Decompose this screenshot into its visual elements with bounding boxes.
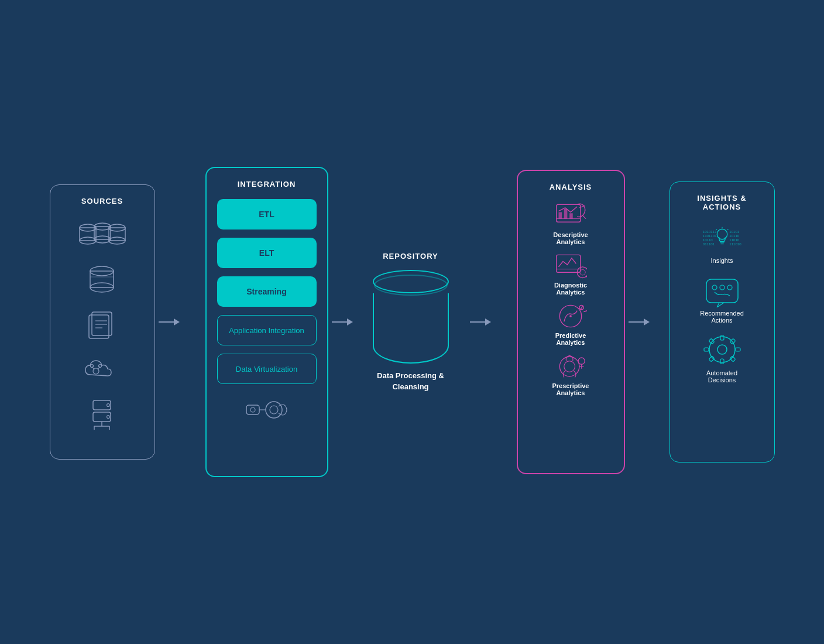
data-virtualization-button[interactable]: Data Virtualization <box>217 354 317 384</box>
arrow-sources-integration <box>157 316 180 328</box>
svg-rect-82 <box>704 348 709 351</box>
main-diagram: SOURCES <box>50 167 775 477</box>
source-icons <box>73 222 132 432</box>
predictive-analytics-icon <box>554 303 587 330</box>
predictive-analytics-item: PredictiveAnalytics <box>554 303 587 346</box>
svg-point-54 <box>564 361 575 372</box>
svg-point-64 <box>717 229 727 239</box>
svg-point-32 <box>250 407 255 412</box>
repository-section: REPOSITORY Data Processing &Cleansing <box>373 252 449 392</box>
svg-rect-1 <box>80 228 96 241</box>
recommended-actions-label: RecommendedActions <box>700 310 744 324</box>
insights-item: 1010111 1101101 10110 011101 10101 10110 <box>702 222 743 264</box>
svg-rect-81 <box>720 359 724 364</box>
svg-line-69 <box>727 229 728 230</box>
elt-button[interactable]: ELT <box>217 238 317 268</box>
svg-rect-42 <box>558 212 562 218</box>
svg-rect-31 <box>246 405 259 415</box>
sources-panel: SOURCES <box>50 184 155 460</box>
automated-decisions-item: AutomatedDecisions <box>702 334 743 383</box>
arrow-analysis-insights <box>627 316 650 328</box>
svg-rect-83 <box>736 348 740 351</box>
svg-rect-43 <box>564 209 568 219</box>
svg-rect-22 <box>93 412 111 422</box>
svg-rect-80 <box>720 335 724 340</box>
svg-rect-10 <box>90 271 114 287</box>
diagnostic-analytics-item: DiagnosticAnalytics <box>554 252 587 296</box>
analysis-panel: ANALYSIS DescriptiveAnalytics <box>517 170 625 474</box>
svg-point-53 <box>559 357 579 376</box>
databases-icon <box>73 222 132 252</box>
integration-panel: INTEGRATION ETL ELT Streaming Applicatio… <box>205 167 328 477</box>
svg-rect-4 <box>94 227 111 239</box>
insights-label: Insights <box>711 257 733 264</box>
recommended-actions-icon <box>702 275 743 307</box>
descriptive-label: DescriptiveAnalytics <box>553 231 588 245</box>
svg-point-55 <box>578 358 585 364</box>
descriptive-analytics-item: DescriptiveAnalytics <box>553 202 588 245</box>
prescriptive-label: PrescriptiveAnalytics <box>552 382 589 396</box>
svg-point-77 <box>727 285 732 290</box>
svg-rect-44 <box>569 213 573 218</box>
svg-text:11010: 11010 <box>729 238 740 242</box>
svg-marker-59 <box>644 318 650 326</box>
recommended-actions-item: RecommendedActions <box>700 275 744 324</box>
insights-title: INSIGHTS &ACTIONS <box>697 194 746 211</box>
arrow-repository-analysis <box>469 316 491 328</box>
insights-icon: 1010111 1101101 10110 011101 10101 10110 <box>702 222 743 255</box>
repository-body: Data Processing &Cleansing <box>377 371 444 392</box>
svg-point-33 <box>266 402 282 418</box>
svg-point-34 <box>270 406 278 414</box>
svg-line-48 <box>586 276 587 279</box>
single-database-icon <box>86 264 118 296</box>
svg-point-79 <box>717 345 727 354</box>
analysis-title: ANALYSIS <box>550 183 592 191</box>
svg-rect-87 <box>730 356 736 362</box>
automated-decisions-icon <box>702 334 743 367</box>
integration-title: INTEGRATION <box>238 180 296 189</box>
svg-rect-7 <box>109 228 125 241</box>
svg-point-51 <box>569 315 572 317</box>
svg-point-24 <box>107 416 110 419</box>
prescriptive-analytics-icon <box>554 353 587 380</box>
predictive-label: PredictiveAnalytics <box>555 332 586 346</box>
svg-text:011101: 011101 <box>702 242 715 246</box>
repository-title: REPOSITORY <box>383 252 438 261</box>
streaming-button[interactable]: Streaming <box>217 276 317 307</box>
svg-text:1010111: 1010111 <box>702 229 716 234</box>
server-icon <box>86 396 118 432</box>
etl-button[interactable]: ETL <box>217 199 317 229</box>
svg-rect-86 <box>709 356 715 362</box>
svg-point-75 <box>712 285 717 290</box>
sources-title: SOURCES <box>81 197 123 205</box>
svg-point-23 <box>107 404 110 407</box>
svg-marker-37 <box>347 318 353 326</box>
application-integration-button[interactable]: Application Integration <box>217 315 317 345</box>
svg-text:10110: 10110 <box>702 238 713 242</box>
svg-point-49 <box>580 270 585 275</box>
svg-marker-30 <box>174 318 180 326</box>
cloud-icon <box>83 354 121 384</box>
svg-text:1101101: 1101101 <box>702 234 716 238</box>
cylinder-icon <box>373 270 449 364</box>
integration-bottom-icon <box>243 398 290 430</box>
documents-icon <box>86 308 118 342</box>
svg-marker-39 <box>485 318 491 326</box>
descriptive-analytics-icon <box>554 202 587 229</box>
arrow-integration-repository <box>331 316 353 328</box>
svg-rect-74 <box>706 279 738 303</box>
svg-text:10110: 10110 <box>729 234 740 238</box>
svg-rect-21 <box>93 400 111 410</box>
prescriptive-analytics-item: PrescriptiveAnalytics <box>552 353 589 396</box>
svg-text:111010: 111010 <box>729 242 741 246</box>
svg-point-76 <box>720 285 725 290</box>
diagnostic-analytics-icon <box>554 252 587 279</box>
automated-decisions-label: AutomatedDecisions <box>706 369 737 383</box>
svg-text:10101: 10101 <box>729 229 740 234</box>
insights-panel: INSIGHTS &ACTIONS 1010111 1101101 10110 … <box>670 181 775 463</box>
diagnostic-label: DiagnosticAnalytics <box>554 282 587 296</box>
